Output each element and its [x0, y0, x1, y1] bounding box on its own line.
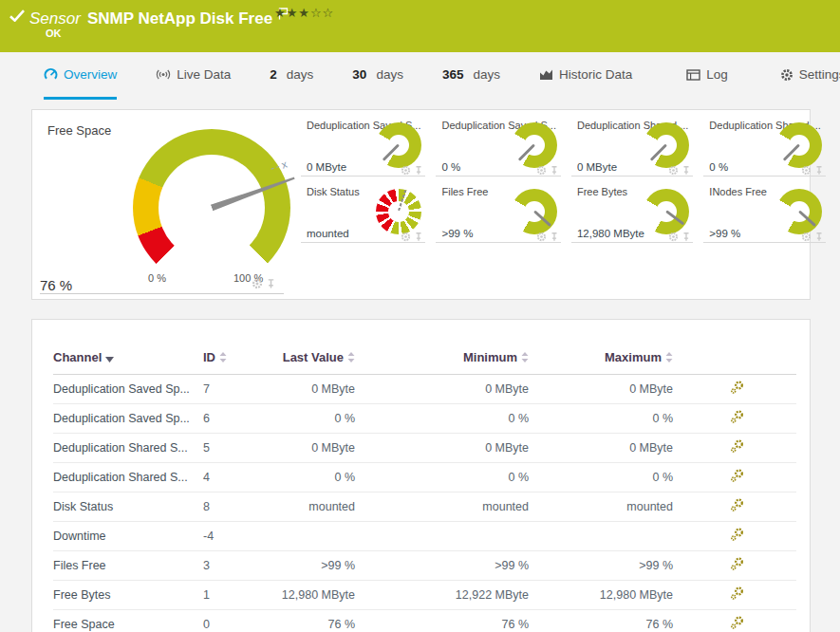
mini-gauge-value: 0 MByte — [577, 161, 617, 173]
divider — [40, 293, 284, 294]
mini-gauge — [376, 189, 421, 234]
object-type-label: Sensor — [29, 9, 81, 28]
tab-historic-data[interactable]: Historic Data — [539, 52, 632, 100]
channel-name: Deduplication Shared S... — [53, 434, 203, 463]
mini-gauge — [776, 189, 822, 234]
pin-icon[interactable] — [814, 165, 824, 176]
maximum-value: 0 MByte — [529, 434, 673, 463]
channel-table-body: Deduplication Saved Sp...70 MByte0 MByte… — [53, 375, 796, 632]
divider — [571, 242, 693, 243]
tab-settings[interactable]: Settings — [780, 52, 840, 100]
channel-settings-icon[interactable] — [730, 381, 744, 395]
column-header-last-value[interactable]: Last Value — [260, 343, 355, 375]
pin-icon[interactable] — [414, 165, 423, 176]
main-gauge-cell: Free Space x 0 % 100 % 76 % — [32, 110, 295, 299]
channel-id: 6 — [203, 404, 260, 434]
gear-icon[interactable] — [668, 165, 679, 176]
last-value: 12,980 MByte — [260, 581, 355, 610]
channel-settings-icon[interactable] — [730, 616, 744, 630]
maximum-value — [529, 522, 673, 551]
tab-label-unit: days — [473, 67, 500, 82]
gear-icon — [780, 68, 793, 82]
gear-icon[interactable] — [801, 232, 812, 242]
mini-gauge-cell: Files Free >99 % — [430, 177, 565, 243]
status-badge: OK — [46, 28, 62, 39]
pin-icon[interactable] — [681, 165, 691, 176]
mini-gauge-cell: Free Bytes 12,980 MByte — [566, 177, 698, 243]
column-header-maximum[interactable]: Maximum — [529, 343, 673, 375]
table-row: Deduplication Shared S...40 %0 %0 % — [53, 463, 796, 493]
tab-bar: Overview Live Data 2days 30days 365days … — [0, 52, 840, 100]
tab-label: Live Data — [177, 67, 231, 82]
column-header-channel[interactable]: Channel — [53, 343, 203, 375]
tab-overview[interactable]: Overview — [44, 52, 117, 100]
status-check-icon — [9, 9, 25, 26]
channel-id: 7 — [203, 375, 260, 404]
gear-icon[interactable] — [801, 165, 812, 176]
tab-log[interactable]: Log — [686, 52, 728, 100]
channel-id: -4 — [203, 522, 260, 551]
column-header-minimum[interactable]: Minimum — [355, 343, 529, 375]
gear-icon[interactable] — [536, 232, 547, 242]
channel-settings-icon[interactable] — [730, 498, 744, 512]
priority-stars[interactable]: ★★★☆☆ — [274, 6, 334, 20]
tab-label: Historic Data — [559, 67, 632, 82]
maximum-value: 0 % — [529, 404, 673, 434]
mini-gauge-cell: Deduplication Shared ... 0 % — [698, 110, 830, 177]
tab-label-unit: days — [287, 67, 314, 82]
channel-settings-icon[interactable] — [730, 469, 744, 483]
tab-2-days[interactable]: 2days — [270, 52, 313, 100]
mini-gauge-value: 0 MByte — [307, 161, 346, 173]
mini-gauge-value: mounted — [307, 228, 349, 239]
gear-icon[interactable] — [401, 232, 411, 242]
channel-settings-icon[interactable] — [730, 586, 744, 601]
sensor-name: SNMP NetApp Disk Free — [87, 9, 272, 28]
table-row: Deduplication Saved Sp...60 %0 %0 % — [53, 404, 796, 434]
channel-name: Disk Status — [53, 493, 203, 522]
channel-id: 5 — [203, 434, 260, 463]
column-header-id[interactable]: ID — [203, 343, 260, 375]
column-header-actions — [673, 343, 796, 375]
minimum-value: >99 % — [355, 551, 529, 581]
pin-icon[interactable] — [814, 232, 824, 242]
channels-panel: Channel ID Last Value Minimum Maximum De… — [31, 319, 811, 632]
pin-icon[interactable] — [266, 278, 276, 289]
mini-gauge-grid: Deduplication Saved S... 0 MByte Dedupli… — [295, 110, 810, 243]
pin-icon[interactable] — [550, 165, 559, 176]
pin-icon[interactable] — [681, 232, 691, 242]
minimum-value: 0 % — [355, 404, 529, 434]
table-row: Files Free3>99 %>99 %>99 % — [53, 551, 796, 581]
channel-settings-icon[interactable] — [730, 557, 744, 571]
live-signal-icon — [156, 68, 171, 81]
tab-365-days[interactable]: 365days — [442, 52, 500, 100]
last-value: 0 MByte — [260, 375, 355, 404]
channel-settings-icon[interactable] — [730, 410, 744, 424]
gear-icon[interactable] — [401, 165, 411, 176]
minimum-value: 76 % — [355, 610, 529, 632]
tab-label-number: 30 — [352, 67, 366, 82]
tab-label-number: 365 — [442, 67, 464, 82]
main-gauge-title: Free Space — [47, 123, 111, 138]
channel-settings-cell — [673, 404, 796, 434]
maximum-value: 0 MByte — [529, 375, 673, 404]
tab-30-days[interactable]: 30days — [352, 52, 403, 100]
sort-icon — [219, 351, 227, 365]
mini-gauge — [512, 122, 557, 168]
tab-label: Settings — [799, 67, 840, 82]
gear-icon[interactable] — [536, 165, 547, 176]
chart-icon — [539, 68, 553, 81]
pin-icon[interactable] — [414, 232, 423, 242]
gear-icon[interactable] — [252, 278, 263, 289]
table-row: Deduplication Saved Sp...70 MByte0 MByte… — [53, 375, 796, 404]
tab-label-unit: days — [376, 67, 403, 82]
mini-gauge — [376, 122, 421, 168]
mini-gauge-cell: Deduplication Saved S... 0 % — [430, 110, 565, 177]
table-row: Free Bytes112,980 MByte12,922 MByte12,98… — [53, 581, 796, 610]
pin-icon[interactable] — [550, 232, 559, 242]
channel-settings-icon[interactable] — [730, 528, 744, 542]
channel-settings-cell — [673, 434, 796, 463]
stars-empty: ☆☆ — [310, 6, 334, 20]
channel-settings-icon[interactable] — [730, 439, 744, 454]
tab-live-data[interactable]: Live Data — [156, 52, 231, 100]
gear-icon[interactable] — [668, 232, 679, 242]
